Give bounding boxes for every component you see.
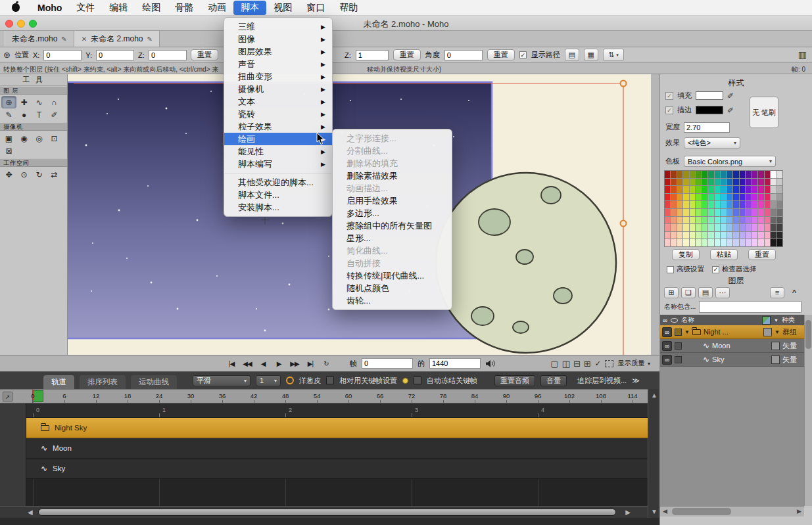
scrollbar-thumb[interactable] [38, 509, 616, 516]
layer-search-input[interactable] [699, 301, 801, 313]
palette-swatch[interactable] [740, 179, 745, 186]
palette-swatch[interactable] [671, 209, 676, 216]
palette-swatch[interactable] [765, 209, 770, 216]
palette-swatch[interactable] [752, 232, 757, 239]
palette-swatch[interactable] [702, 171, 707, 178]
palette-swatch[interactable] [696, 186, 701, 193]
reset-position-button[interactable]: 重置 [191, 49, 218, 60]
palette-swatch[interactable] [683, 179, 688, 186]
script-menu-item-3[interactable]: 声音▶ [224, 58, 332, 70]
palette-swatch[interactable] [665, 209, 670, 216]
palette-swatch[interactable] [727, 201, 732, 208]
scroll-left-icon[interactable]: ◀ [663, 508, 667, 514]
palette-swatch[interactable] [715, 239, 720, 246]
view-split-vertical-button[interactable]: ◫ [562, 359, 570, 369]
palette-swatch[interactable] [702, 186, 707, 193]
document-tab-0[interactable]: 未命名.moho✎ [5, 31, 74, 47]
palette-swatch[interactable] [683, 232, 688, 239]
palette-swatch[interactable] [683, 217, 688, 224]
palette-swatch[interactable] [665, 224, 670, 231]
palette-swatch[interactable] [715, 232, 720, 239]
draw-submenu-item-8[interactable]: 星形... [333, 232, 452, 244]
palette-swatch[interactable] [740, 201, 745, 208]
collapse-panel-button[interactable]: ^ [787, 287, 801, 298]
palette-swatch[interactable] [746, 179, 751, 186]
speaker-icon[interactable] [485, 359, 496, 368]
quality-checkbox-icon[interactable]: ✓ [595, 359, 601, 368]
paste-style-button[interactable]: 粘贴 [710, 249, 738, 260]
next-frame-button[interactable]: ▶▶ [288, 357, 301, 369]
scrollbar-thumb[interactable] [805, 320, 811, 349]
palette-swatch[interactable] [771, 217, 776, 224]
palette-swatch[interactable] [765, 179, 770, 186]
stack-order-dropdown[interactable]: ⇅ ▾ [603, 49, 624, 61]
palette-swatch[interactable] [683, 194, 688, 201]
palette-swatch[interactable] [777, 209, 782, 216]
palette-swatch[interactable] [765, 224, 770, 231]
reading-columns-icon[interactable]: ▥ [798, 49, 807, 60]
palette-swatch[interactable] [677, 179, 682, 186]
curvature-tool-icon[interactable]: ∿ [32, 96, 47, 108]
palette-swatch[interactable] [765, 239, 770, 246]
palette-swatch[interactable] [696, 232, 701, 239]
script-menu-item-15[interactable]: 安装脚本... [224, 201, 332, 214]
script-menu-item-11[interactable]: 脚本编写▶ [224, 158, 332, 170]
palette-swatch[interactable] [740, 232, 745, 239]
palette-swatch[interactable] [777, 239, 782, 246]
palette-swatch[interactable] [765, 194, 770, 201]
script-menu-item-6[interactable]: 文本▶ [224, 95, 332, 108]
timeline-track-nightsky[interactable]: Night Sky [26, 418, 648, 438]
palette-swatch[interactable] [746, 232, 751, 239]
palette-swatch[interactable] [696, 171, 701, 178]
palette-swatch[interactable] [690, 239, 695, 246]
reset-scale-button[interactable]: 重置 [393, 49, 421, 60]
draw-submenu-item-6[interactable]: 多边形... [333, 207, 452, 219]
camera-roll-tool-icon[interactable]: ◎ [32, 132, 47, 145]
palette-swatch[interactable] [702, 201, 707, 208]
palette-swatch[interactable] [677, 224, 682, 231]
angle-input[interactable] [444, 50, 483, 60]
interpolation-dropdown[interactable]: 平滑▾ [193, 375, 251, 386]
palette-swatch[interactable] [665, 171, 670, 178]
palette-swatch[interactable] [702, 209, 707, 216]
prev-frame-button[interactable]: ◀ [256, 357, 270, 369]
timeline-tab-1[interactable]: 排序列表 [80, 375, 126, 389]
palette-swatch[interactable] [758, 232, 763, 239]
palette-swatch[interactable] [721, 209, 726, 216]
palette-swatch[interactable] [708, 239, 713, 246]
palette-swatch[interactable] [665, 232, 670, 239]
palette-swatch[interactable] [733, 232, 738, 239]
onion-skin-icon[interactable] [286, 377, 294, 384]
stroke-eyedropper-icon[interactable]: ✐ [727, 106, 734, 115]
add-point-tool-icon[interactable]: ✚ [16, 96, 32, 108]
palette-swatch[interactable] [727, 179, 732, 186]
menubar-item-7[interactable]: 视图 [266, 1, 299, 15]
palette-swatch[interactable] [758, 186, 763, 193]
palette-swatch[interactable] [777, 171, 782, 178]
palette-swatch[interactable] [733, 224, 738, 231]
palette-swatch[interactable] [690, 194, 695, 201]
swatch-file-dropdown[interactable]: Basic Colors.png ▾ [684, 156, 776, 167]
scroll-left-icon[interactable]: ◀ [28, 509, 33, 516]
layer-link-icon[interactable]: ∞ [662, 341, 672, 351]
palette-swatch[interactable] [752, 186, 757, 193]
palette-swatch[interactable] [677, 171, 682, 178]
palette-swatch[interactable] [690, 232, 695, 239]
palette-swatch[interactable] [696, 201, 701, 208]
scrollbar-thumb[interactable] [672, 508, 731, 515]
menubar-item-8[interactable]: 窗口 [299, 1, 332, 15]
palette-swatch[interactable] [683, 201, 688, 208]
palette-swatch[interactable] [765, 217, 770, 224]
pan-workspace-tool-icon[interactable]: ✥ [1, 168, 16, 181]
blob-tool-icon[interactable]: ● [16, 108, 32, 121]
palette-swatch[interactable] [702, 232, 707, 239]
palette-swatch[interactable] [696, 224, 701, 231]
palette-swatch[interactable] [752, 194, 757, 201]
palette-swatch[interactable] [708, 217, 713, 224]
layer-color-chip[interactable] [771, 342, 780, 350]
palette-swatch[interactable] [708, 224, 713, 231]
scroll-right-icon[interactable]: ▶ [625, 509, 631, 516]
layer-color-chip[interactable] [771, 355, 780, 364]
text-tool-icon[interactable]: T [32, 108, 47, 121]
current-frame-input[interactable] [362, 358, 413, 369]
